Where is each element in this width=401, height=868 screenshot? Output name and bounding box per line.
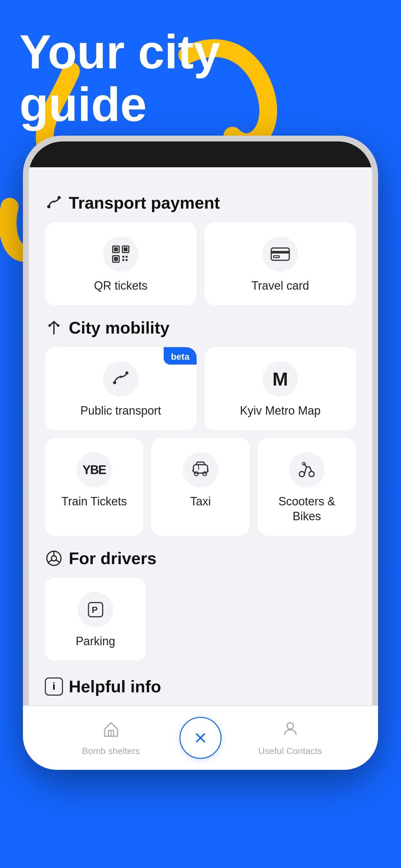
- qr-tickets-card[interactable]: QR tickets: [45, 222, 197, 305]
- svg-rect-26: [207, 469, 209, 472]
- svg-point-19: [113, 381, 116, 384]
- svg-rect-4: [114, 247, 118, 251]
- metro-icon: M: [263, 361, 298, 397]
- train-tickets-card[interactable]: YBE Train Tickets: [45, 438, 143, 536]
- svg-point-21: [120, 376, 122, 378]
- svg-rect-11: [122, 259, 124, 261]
- svg-point-42: [287, 723, 294, 729]
- transport-cards-grid: QR tickets Travel card: [45, 222, 356, 305]
- svg-point-1: [58, 196, 61, 199]
- taxi-card[interactable]: Taxi: [151, 438, 250, 536]
- svg-point-30: [303, 462, 305, 465]
- taxi-label: Taxi: [190, 494, 211, 509]
- scooters-bikes-card[interactable]: Scooters & Bikes: [258, 438, 356, 536]
- drivers-cards-row: P Parking: [45, 578, 356, 661]
- svg-point-17: [49, 324, 51, 327]
- svg-point-0: [47, 205, 50, 208]
- svg-text:P: P: [92, 605, 98, 615]
- travel-card-label: Travel card: [251, 278, 309, 293]
- svg-point-18: [57, 324, 59, 327]
- qr-icon: [103, 237, 138, 272]
- svg-point-28: [299, 471, 305, 476]
- steering-wheel-icon: [45, 549, 63, 567]
- transport-payment-title: Transport payment: [69, 193, 220, 213]
- parking-icon: P: [78, 592, 113, 627]
- svg-point-2: [53, 200, 55, 203]
- svg-rect-13: [271, 248, 289, 260]
- svg-point-23: [194, 472, 198, 476]
- qr-tickets-label: QR tickets: [94, 278, 148, 293]
- nav-close-fab[interactable]: [180, 717, 221, 759]
- helpful-info-title: Helpful info: [69, 677, 161, 696]
- svg-line-34: [49, 560, 52, 562]
- scooters-bikes-label: Scooters & Bikes: [264, 494, 350, 524]
- phone-content: Transport payment: [29, 167, 372, 764]
- travel-card-card[interactable]: Travel card: [204, 222, 356, 305]
- section-transport-payment: Transport payment: [45, 193, 356, 213]
- svg-rect-14: [271, 251, 289, 253]
- phone-top-bar: [29, 142, 372, 167]
- svg-point-29: [309, 471, 314, 476]
- kyiv-metro-card[interactable]: M Kyiv Metro Map: [204, 347, 356, 430]
- svg-point-20: [125, 371, 128, 375]
- svg-rect-12: [126, 259, 127, 261]
- svg-rect-9: [122, 256, 124, 258]
- public-transport-label: Public transport: [81, 403, 161, 418]
- fork-icon: [45, 319, 63, 337]
- travel-card-icon: [263, 237, 298, 272]
- scooter-icon: [289, 452, 325, 488]
- nav-bomb-shelters[interactable]: Bomb shelters: [42, 719, 180, 756]
- svg-rect-10: [126, 256, 127, 258]
- mobility-row2-grid: YBE Train Tickets: [45, 438, 356, 536]
- city-mobility-title: City mobility: [69, 318, 169, 337]
- svg-point-24: [203, 472, 207, 476]
- parking-card[interactable]: P Parking: [45, 578, 146, 661]
- phone-mockup: Transport payment: [23, 135, 378, 770]
- svg-rect-15: [274, 256, 279, 258]
- info-icon: i: [45, 678, 63, 695]
- for-drivers-title: For drivers: [69, 549, 157, 568]
- beta-badge: beta: [164, 347, 197, 365]
- section-helpful-info: i Helpful info: [45, 677, 356, 696]
- contacts-icon: [281, 719, 300, 743]
- section-city-mobility: City mobility: [45, 318, 356, 337]
- useful-contacts-label: Useful Contacts: [258, 746, 322, 756]
- route-icon: [45, 194, 63, 212]
- svg-rect-6: [124, 247, 127, 251]
- public-transport-icon: [103, 361, 138, 397]
- ybe-icon: YBE: [76, 452, 112, 488]
- shelter-icon: [101, 719, 121, 743]
- taxi-icon: [183, 452, 218, 488]
- public-transport-card[interactable]: beta Public transport: [45, 347, 197, 430]
- section-for-drivers: For drivers: [45, 549, 356, 568]
- svg-rect-8: [114, 257, 118, 261]
- svg-line-35: [56, 560, 59, 562]
- train-tickets-label: Train Tickets: [61, 494, 127, 509]
- kyiv-metro-label: Kyiv Metro Map: [240, 403, 320, 418]
- nav-useful-contacts[interactable]: Useful Contacts: [221, 719, 359, 756]
- parking-label: Parking: [76, 634, 115, 649]
- bottom-nav: Bomb shelters: [29, 705, 372, 764]
- bomb-shelters-label: Bomb shelters: [82, 746, 140, 756]
- mobility-row1-grid: beta Public transport: [45, 347, 356, 430]
- hero-title: Your city guide: [19, 26, 220, 131]
- svg-rect-25: [192, 469, 194, 472]
